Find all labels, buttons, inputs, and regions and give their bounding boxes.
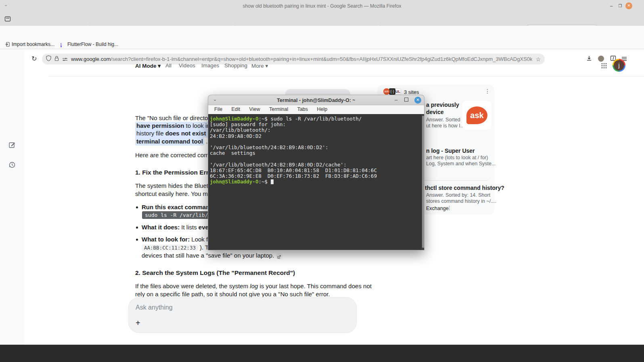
tab-ai-mode[interactable]: AI Mode ▾ <box>135 62 161 69</box>
source-desc: Log, System and when Syste... <box>426 161 496 166</box>
ask-logo: ask <box>466 106 487 124</box>
answer-bullet-1: Run this exact command: <box>142 204 215 210</box>
menu-tabs[interactable]: Tabs <box>294 105 312 113</box>
answer-line: history file does not exist be <box>135 130 215 137</box>
terminal-scrollbar-thumb[interactable] <box>422 116 424 248</box>
desktop: ⌄ show old bluetooth pairing in linux mi… <box>0 0 644 362</box>
menu-edit[interactable]: Edit <box>228 105 244 113</box>
terminal-line: 18:67:EF:65:4C:D8 B0:10:A0:04:81:58 D1:0… <box>210 168 423 173</box>
window-title: show old bluetooth pairing in linux mint… <box>0 3 644 9</box>
avatar-letter: j <box>614 60 624 71</box>
menu-help[interactable]: Help <box>314 105 331 113</box>
terminal-titlebar[interactable]: ⌄ Terminal - john@SlimDaddy-O: ~ – ✕ <box>208 95 424 105</box>
taskbar: lm >_ Bluetooth Devices show old bluetoo… <box>0 345 644 362</box>
menu-file[interactable]: File <box>211 105 226 113</box>
compose-icon[interactable] <box>8 141 16 150</box>
terminal-maximize-button[interactable] <box>404 98 408 102</box>
bookmark-star-icon[interactable]: ☆ <box>535 56 541 62</box>
bookmark-flutterflow[interactable]: f FlutterFlow - Build hig... <box>61 42 118 47</box>
answer-line: have permission to look insid <box>135 122 219 129</box>
answer-line: rely on a specific file path, so it shou… <box>135 291 330 298</box>
source-title[interactable]: a previously <box>426 102 459 108</box>
terminal-line: cache settings <box>210 150 423 156</box>
plus-button[interactable]: + <box>136 318 140 328</box>
terminal-title: Terminal - john@SlimDaddy-O: ~ <box>208 98 424 103</box>
answer-bullet-3: What to look for: Look for <box>142 236 213 243</box>
apps-grid-icon[interactable] <box>601 62 607 71</box>
history-icon[interactable] <box>8 161 16 170</box>
permissions-icon[interactable] <box>62 56 68 63</box>
source-desc: art here (lots to look at / for) <box>426 155 488 160</box>
terminal-menubar: File Edit View Terminal Tabs Help <box>208 105 424 114</box>
tab-videos[interactable]: Videos <box>179 62 195 69</box>
inline-code-chip: AA:BB:CC:11:22:33 <box>142 244 198 251</box>
tab-shopping[interactable]: Shopping <box>224 62 247 69</box>
answer-line: terminal command tool . <box>135 138 207 145</box>
shield-icon[interactable] <box>46 55 51 63</box>
terminal-line: '/var/lib/bluetooth/24:B2:B9:A8:0D:D2/ca… <box>210 162 423 168</box>
source-desc: ut here is how I... <box>426 123 464 129</box>
source-thumbnail[interactable]: ask <box>462 101 491 130</box>
profile-avatar[interactable]: j <box>613 59 625 72</box>
bullet-icon <box>136 206 138 208</box>
card-more-icon[interactable]: ⋮ <box>485 88 490 94</box>
source-more-icon[interactable]: ⋮ <box>447 205 452 211</box>
site-favicon: UL <box>395 88 401 95</box>
answer-bullet-2: What it does: It lists every <box>142 224 214 231</box>
flutterflow-icon: f <box>61 42 65 47</box>
bullet-icon <box>136 227 138 229</box>
source-title[interactable]: thctl store command history? <box>425 185 504 191</box>
source-title[interactable]: n log - Super User <box>426 148 475 154</box>
tab-images[interactable]: Images <box>201 62 219 69</box>
terminal-output[interactable]: john@SlimDaddy-O:~$ sudo ls -R /var/lib/… <box>208 114 424 250</box>
source-site[interactable]: Exchange <box>426 206 449 211</box>
terminal-window: ⌄ Terminal - john@SlimDaddy-O: ~ – ✕ Fil… <box>208 95 424 250</box>
answer-heading-2: 2. Search the System Logs (The "Permanen… <box>135 269 295 277</box>
url-text: www.google.com/search?client=firefox-b-1… <box>71 56 532 62</box>
terminal-cursor <box>271 179 274 184</box>
tab-all[interactable]: All <box>165 62 171 69</box>
source-desc: Answer. Sorted by: 14. Short <box>426 192 490 198</box>
terminal-minimize-button[interactable]: – <box>395 97 397 103</box>
terminal-line: /var/lib/bluetooth/: <box>210 127 423 133</box>
citation-link-icon[interactable] <box>276 253 282 260</box>
close-button[interactable]: ✕ <box>625 2 632 9</box>
ask-anything-input[interactable]: Ask anything + <box>128 297 357 333</box>
firefox-titlebar: ⌄ show old bluetooth pairing in linux mi… <box>0 0 644 12</box>
reload-icon[interactable]: ↻ <box>31 55 37 62</box>
tab-more[interactable]: More ▾ <box>251 62 268 69</box>
answer-line: shortcut easily here. You must <box>135 190 216 197</box>
tab-list-icon[interactable] <box>4 15 11 24</box>
terminal-line: '/var/lib/bluetooth/24:B2:B9:A8:0D:D2': <box>210 145 423 150</box>
source-title[interactable]: device <box>426 109 444 115</box>
maximize-button[interactable]: ❒ <box>617 2 624 10</box>
terminal-line: john@SlimDaddy-O:~$ sudo ls -R /var/lib/… <box>210 116 423 122</box>
bullet-icon <box>136 239 138 241</box>
tab-bar: New Tab ✕ Firebase | Google's Mobile a ✕… <box>0 12 644 26</box>
bookmarks-bar: Import bookmarks... f FlutterFlow - Buil… <box>0 40 644 49</box>
url-bar[interactable]: www.google.com/search?client=firefox-b-1… <box>42 54 545 64</box>
source-desc: stores command history in ~/.... <box>426 198 496 204</box>
google-logo[interactable] <box>6 110 17 121</box>
bookmark-import[interactable]: Import bookmarks... <box>5 42 54 47</box>
google-left-rail <box>0 49 24 345</box>
terminal-line: [sudo] password for john: <box>210 122 423 127</box>
terminal-close-button[interactable]: ✕ <box>414 97 421 104</box>
terminal-line: 6C:3A:36:02:9E:E8 D0:EF:76:1B:73:82 FB:D… <box>210 173 423 179</box>
menu-terminal[interactable]: Terminal <box>266 105 292 113</box>
minimize-button[interactable]: – <box>608 2 615 10</box>
navigation-toolbar: ← → ↻ www.google.com/search?client=firef… <box>0 26 644 40</box>
menu-view[interactable]: View <box>246 105 264 113</box>
answer-line: The "No such file or directory" <box>135 114 215 121</box>
lock-icon[interactable] <box>54 56 59 63</box>
terminal-line <box>210 156 423 162</box>
terminal-prompt-line: john@SlimDaddy-O:~$ <box>210 179 423 185</box>
answer-line: Here are the corrected comma <box>135 152 217 158</box>
account-avatar[interactable] <box>598 56 604 62</box>
terminal-line <box>210 139 423 145</box>
terminal-line: 24:B2:B9:A8:0D:D2 <box>210 133 423 139</box>
downloads-icon[interactable] <box>586 55 592 63</box>
ask-placeholder: Ask anything <box>136 304 173 311</box>
header-divider <box>48 76 644 77</box>
answer-line: AA:BB:CC:11:22:33 ). Thes <box>142 244 219 251</box>
